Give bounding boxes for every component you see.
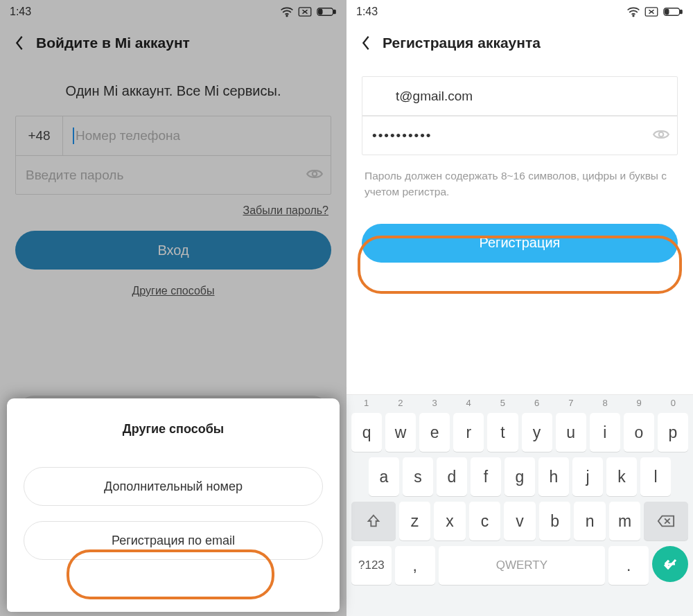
header: Войдите в Mi аккаунт xyxy=(0,24,346,62)
password-hint: Пароль должен содержать 8~16 символов, ц… xyxy=(365,168,675,200)
sheet-title: Другие способы xyxy=(24,422,323,437)
key-k[interactable]: k xyxy=(606,457,637,496)
key-o[interactable]: o xyxy=(624,413,654,452)
screen-login: 1:43 Войдите в Mi аккаунт Один Mi аккаун… xyxy=(0,0,346,616)
screen-register: 1:43 Регистрация аккаунта Пароль должен … xyxy=(346,0,693,616)
other-ways-link[interactable]: Другие способы xyxy=(0,285,346,297)
x-box-icon xyxy=(298,7,312,17)
subtitle: Один Mi аккаунт. Все Mi сервисы. xyxy=(0,83,346,99)
key-t[interactable]: t xyxy=(487,413,518,452)
svg-point-0 xyxy=(286,15,288,17)
battery-icon xyxy=(316,7,337,17)
eye-icon[interactable] xyxy=(299,167,331,184)
password-input[interactable] xyxy=(16,168,299,183)
key-w[interactable]: w xyxy=(385,413,416,452)
key-z[interactable]: z xyxy=(399,502,431,540)
sheet-option-email[interactable]: Регистрация по email xyxy=(24,521,323,560)
key-space[interactable]: QWERTY xyxy=(439,546,606,585)
country-code[interactable]: +48 xyxy=(16,116,63,155)
login-button[interactable]: Вход xyxy=(15,231,331,270)
key-r[interactable]: r xyxy=(453,413,484,452)
key-m[interactable]: m xyxy=(609,502,641,540)
key-v[interactable]: v xyxy=(504,502,536,540)
key-dot[interactable]: . xyxy=(608,546,649,585)
key-i[interactable]: i xyxy=(590,413,620,452)
key-n[interactable]: n xyxy=(574,502,606,540)
page-title: Регистрация аккаунта xyxy=(383,35,541,51)
svg-point-6 xyxy=(633,15,634,17)
key-g[interactable]: g xyxy=(505,457,535,496)
key-d[interactable]: d xyxy=(437,457,467,496)
key-j[interactable]: j xyxy=(572,457,603,496)
battery-icon xyxy=(663,7,683,17)
svg-rect-1 xyxy=(299,8,311,16)
login-form: +48 xyxy=(15,116,331,195)
key-backspace[interactable] xyxy=(644,502,688,540)
status-time: 1:43 xyxy=(10,6,31,18)
status-time: 1:43 xyxy=(356,6,378,18)
key-f[interactable]: f xyxy=(471,457,501,496)
svg-rect-9 xyxy=(681,10,683,13)
wifi-icon xyxy=(280,6,294,17)
register-form xyxy=(362,76,678,155)
text-cursor xyxy=(73,127,74,144)
svg-rect-4 xyxy=(319,10,322,15)
forgot-password-link[interactable]: Забыли пароль? xyxy=(18,204,328,217)
status-bar: 1:43 xyxy=(346,0,693,24)
sheet-option-phone[interactable]: Дополнительный номер xyxy=(24,467,323,506)
key-h[interactable]: h xyxy=(538,457,569,496)
status-bar: 1:43 xyxy=(0,0,346,24)
email-input[interactable] xyxy=(362,89,677,104)
svg-rect-2 xyxy=(317,8,333,16)
password-input[interactable] xyxy=(362,128,645,143)
bottom-sheet: Другие способы Дополнительный номер Реги… xyxy=(7,398,340,612)
page-title: Войдите в Mi аккаунт xyxy=(36,35,190,51)
key-b[interactable]: b xyxy=(539,502,571,540)
key-symbols[interactable]: ?123 xyxy=(351,546,392,585)
key-c[interactable]: c xyxy=(469,502,501,540)
key-x[interactable]: x xyxy=(434,502,466,540)
key-p[interactable]: p xyxy=(658,413,688,452)
svg-point-11 xyxy=(659,132,664,137)
svg-rect-3 xyxy=(334,10,336,13)
keyboard-number-hints: 1234567890 xyxy=(349,398,690,413)
x-box-icon xyxy=(644,7,658,17)
key-q[interactable]: q xyxy=(351,413,382,452)
phone-input[interactable] xyxy=(74,128,331,143)
svg-rect-10 xyxy=(665,10,669,15)
back-icon[interactable] xyxy=(10,33,29,53)
key-s[interactable]: s xyxy=(403,457,433,496)
header: Регистрация аккаунта xyxy=(346,24,693,62)
back-icon[interactable] xyxy=(356,33,376,53)
register-button[interactable]: Регистрация xyxy=(362,224,678,263)
key-a[interactable]: a xyxy=(369,457,399,496)
key-e[interactable]: e xyxy=(419,413,450,452)
key-u[interactable]: u xyxy=(556,413,586,452)
key-comma[interactable]: , xyxy=(395,546,435,585)
svg-point-5 xyxy=(313,171,317,176)
wifi-icon xyxy=(626,6,640,17)
key-y[interactable]: y xyxy=(522,413,552,452)
key-shift[interactable] xyxy=(351,502,396,540)
keyboard: 1234567890 q w e r t y u i o p a s d f g… xyxy=(346,394,693,616)
key-enter[interactable] xyxy=(652,546,688,582)
eye-icon[interactable] xyxy=(645,127,677,144)
key-l[interactable]: l xyxy=(640,457,671,496)
